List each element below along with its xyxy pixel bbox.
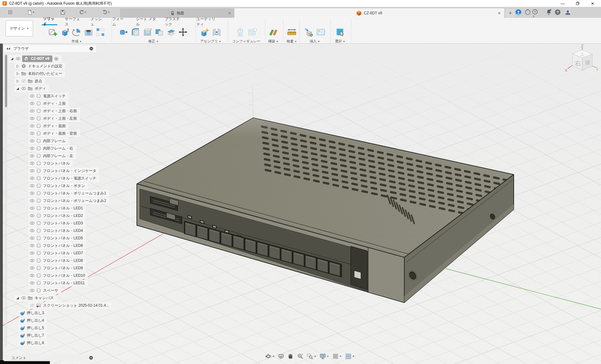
tree-row[interactable]: フロントパネル・ボタン xyxy=(4,182,97,189)
tree-row[interactable]: ボディ・上面・右面 xyxy=(4,107,97,115)
ribbon-tab-4[interactable]: フォーム xyxy=(111,18,128,25)
visibility-eye-icon[interactable] xyxy=(30,123,35,128)
tree-row[interactable]: フロントパネル・LED10 xyxy=(4,272,97,279)
help-button[interactable]: ? xyxy=(554,9,562,16)
file-menu-button[interactable]: ▼ xyxy=(27,8,35,16)
feature-row[interactable]: 押し出し5 xyxy=(4,324,97,332)
tree-row[interactable]: スクリーンショット 2025-02-14 01.4... xyxy=(4,302,97,309)
browser-scrollbar-thumb[interactable] xyxy=(5,55,7,107)
tree-row[interactable]: 内部フレーム・右 xyxy=(4,145,97,152)
visibility-eye-icon[interactable] xyxy=(30,236,35,241)
visibility-eye-icon[interactable] xyxy=(21,86,26,91)
visibility-eye-icon[interactable] xyxy=(30,93,35,98)
measure-button[interactable] xyxy=(286,26,297,38)
feature-row[interactable]: 押し出し8 xyxy=(4,339,97,347)
insert-derive-button[interactable] xyxy=(303,26,315,38)
document-tab-active[interactable]: CZ-8DT v9 ✕ xyxy=(234,8,504,18)
visibility-eye-icon[interactable] xyxy=(30,228,35,233)
new-tab-button[interactable]: + xyxy=(506,9,515,17)
tree-row[interactable]: フロントパネル・LED5 xyxy=(4,234,97,242)
tree-row[interactable]: ボディ・上面・左面 xyxy=(4,115,97,122)
extrude-button[interactable] xyxy=(59,26,70,38)
visibility-eye-icon[interactable] xyxy=(30,198,35,203)
upload-status-button[interactable] xyxy=(515,9,522,16)
tree-row[interactable]: フロントパネル・電源スイッチ xyxy=(4,175,97,182)
expander-icon[interactable] xyxy=(16,72,20,76)
workspace-selector[interactable]: デザイン ▼ xyxy=(6,20,33,36)
visibility-eye-icon[interactable] xyxy=(30,176,35,181)
pan-button[interactable] xyxy=(287,352,295,360)
expander-icon[interactable] xyxy=(16,87,20,91)
visibility-eye-icon[interactable] xyxy=(30,168,35,173)
visibility-eye-icon[interactable] xyxy=(30,251,35,256)
tree-row[interactable]: フロントパネル・LED3 xyxy=(4,219,97,227)
visibility-eye-icon[interactable] xyxy=(30,258,35,263)
visibility-eye-icon[interactable] xyxy=(30,183,35,188)
orbit-button[interactable]: ▼ xyxy=(264,352,275,360)
tree-row[interactable]: ボディ xyxy=(4,85,97,92)
redo-button[interactable]: ▼ xyxy=(102,8,110,16)
visibility-eye-icon[interactable] xyxy=(30,213,35,218)
visibility-eye-icon[interactable] xyxy=(30,153,35,158)
visibility-eye-icon[interactable] xyxy=(30,303,35,308)
tree-row[interactable]: 原点 xyxy=(4,77,97,85)
tree-row[interactable]: ボディ・上面 xyxy=(4,100,97,107)
tree-row[interactable]: フロントパネル・LED6 xyxy=(4,242,97,249)
press-pull-button[interactable] xyxy=(118,26,129,38)
visibility-eye-icon[interactable] xyxy=(30,101,35,106)
tree-row[interactable]: フロントパネル・LED7 xyxy=(4,249,97,257)
look-at-button[interactable] xyxy=(277,352,285,360)
tree-row[interactable]: フロントパネル・インジケータ xyxy=(4,167,97,175)
tree-row[interactable]: フロントパネル xyxy=(4,160,97,167)
ribbon-tab-7[interactable]: ユーティリティ xyxy=(195,18,219,25)
tree-row[interactable]: CZ-8DT v9 xyxy=(4,55,97,62)
visibility-eye-icon[interactable] xyxy=(30,266,35,271)
ribbon-tab-3[interactable]: メッシュ xyxy=(89,18,105,25)
tree-row[interactable]: ボディ・底面・背面 xyxy=(4,130,97,137)
create-sketch-button[interactable] xyxy=(47,26,59,38)
tree-row[interactable]: ボディ・底面 xyxy=(4,122,97,130)
expander-icon[interactable] xyxy=(16,64,20,68)
ribbon-group-label[interactable]: 挿入 ▼ xyxy=(302,39,328,44)
combine-button[interactable] xyxy=(154,26,165,38)
tree-row[interactable]: フロントパネル・LED11 xyxy=(4,279,97,287)
ribbon-group-label[interactable]: 構築 ▼ xyxy=(266,39,281,44)
visibility-eye-icon[interactable] xyxy=(30,273,35,278)
pattern-button[interactable] xyxy=(95,26,106,38)
restore-button[interactable] xyxy=(572,0,583,7)
canvas-button[interactable] xyxy=(315,26,326,38)
visibility-eye-icon[interactable] xyxy=(30,206,35,211)
tree-row[interactable]: ドキュメントの設定 xyxy=(4,62,97,70)
ribbon-group-label[interactable]: アセンブリ ▼ xyxy=(198,39,223,44)
select-button[interactable] xyxy=(334,26,346,38)
ribbon-tab-1[interactable]: ソリッド xyxy=(42,18,57,25)
ribbon-group-label[interactable]: 検査 ▼ xyxy=(285,39,299,44)
job-status-button[interactable] xyxy=(524,9,532,16)
browser-header[interactable]: ブラウザ xyxy=(4,45,96,52)
ribbon-group-label[interactable]: 修正 ▼ xyxy=(115,39,191,44)
visibility-eye-icon[interactable] xyxy=(21,295,26,300)
feature-row[interactable]: 押し出し7 xyxy=(4,332,97,339)
construct-plane-button[interactable] xyxy=(268,26,279,38)
visibility-eye-icon[interactable] xyxy=(30,116,35,121)
expander-icon[interactable] xyxy=(10,57,14,61)
profile-avatar[interactable] xyxy=(564,9,572,16)
tree-row[interactable]: 電源スイッチ xyxy=(4,92,97,100)
save-button[interactable] xyxy=(59,8,67,16)
visibility-eye-icon[interactable] xyxy=(30,288,35,293)
app-grid-button[interactable] xyxy=(6,8,14,16)
tree-row[interactable]: フロントパネル・ボリュームつまみ1 xyxy=(4,189,97,197)
fit-button[interactable]: ▼ xyxy=(306,352,317,360)
shell-button[interactable] xyxy=(142,26,153,38)
add-comment-icon[interactable] xyxy=(89,356,93,360)
visibility-eye-icon[interactable] xyxy=(30,108,35,113)
ribbon-group-label[interactable]: 選択 ▼ xyxy=(333,39,347,44)
visibility-eye-icon[interactable] xyxy=(16,56,21,61)
hole-button[interactable] xyxy=(83,26,94,38)
visibility-eye-icon[interactable] xyxy=(30,280,35,285)
tree-row[interactable]: フロントパネル・ボリュームつまみ2 xyxy=(4,197,97,204)
move-button[interactable] xyxy=(177,26,189,38)
visibility-eye-icon[interactable] xyxy=(30,138,35,143)
tree-row[interactable]: 内部フレーム・左 xyxy=(4,152,97,160)
fillet-button[interactable] xyxy=(130,26,141,38)
